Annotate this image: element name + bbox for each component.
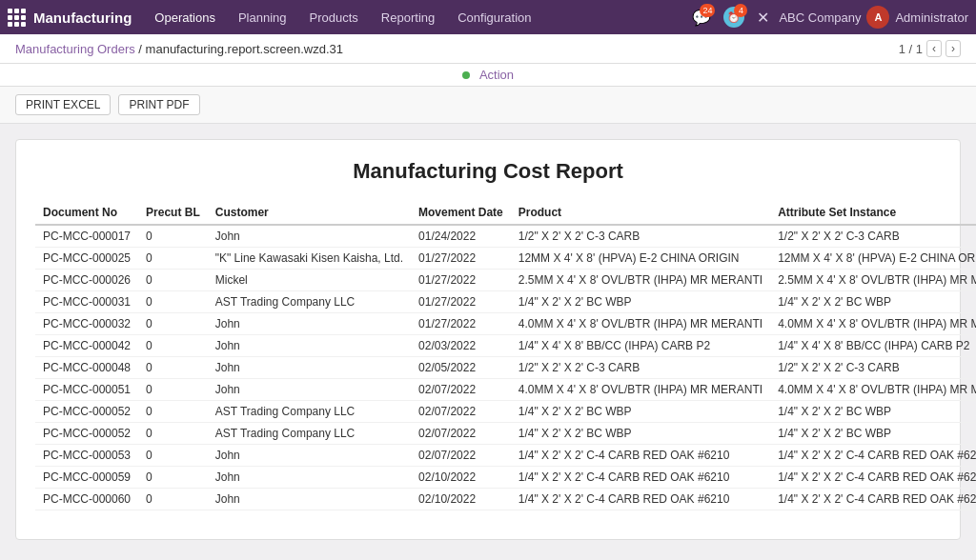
table-cell: 0 <box>138 248 208 270</box>
table-cell: 1/4" X 2' X 2' BC WBP <box>770 291 976 313</box>
page-label: 1 / 1 <box>899 42 923 56</box>
col-product: Product <box>511 201 770 225</box>
col-customer: Customer <box>208 201 411 225</box>
table-cell: PC-MCC-000059 <box>35 467 138 489</box>
table-cell: 1/4" X 2' X 2' BC WBP <box>770 401 976 423</box>
table-cell: 2.5MM X 4' X 8' OVL/BTR (IHPA) MR MERANT… <box>511 270 770 291</box>
table-cell: 02/05/2022 <box>411 357 511 379</box>
breadcrumb: Manufacturing Orders / manufacturing.rep… <box>15 42 343 56</box>
table-cell: PC-MCC-000060 <box>35 489 138 510</box>
table-cell: 12MM X 4' X 8' (HPVA) E-2 CHINA ORIGIN <box>511 248 770 270</box>
table-cell: 1/2" X 2' X 2' C-3 CARB <box>770 357 976 379</box>
table-cell: PC-MCC-000052 <box>35 401 138 423</box>
table-cell: 01/27/2022 <box>411 248 511 270</box>
chat-icon[interactable]: 💬 24 <box>688 4 715 30</box>
table-cell: 1/4" X 2' X 2' BC WBP <box>770 423 976 445</box>
report-wrapper: Manufacturing Cost Report Document No Pr… <box>0 124 976 560</box>
app-title: Manufacturing <box>33 10 132 26</box>
table-cell: PC-MCC-000026 <box>35 270 138 291</box>
breadcrumb-current: manufacturing.report.screen.wzd.31 <box>146 42 343 56</box>
table-cell: 1/4" X 2' X 2' BC WBP <box>511 423 770 445</box>
table-row: PC-MCC-0000320John01/27/20224.0MM X 4' X… <box>35 313 976 335</box>
table-cell: John <box>208 225 411 248</box>
table-body: PC-MCC-0000170John01/24/20221/2" X 2' X … <box>35 225 976 510</box>
table-cell: John <box>208 445 411 467</box>
app-logo[interactable]: Manufacturing <box>8 9 132 27</box>
table-cell: PC-MCC-000031 <box>35 291 138 313</box>
table-cell: Mickel <box>208 270 411 291</box>
report-card: Manufacturing Cost Report Document No Pr… <box>15 139 961 540</box>
nav-item-operations[interactable]: Operations <box>145 0 225 34</box>
table-cell: 1/2" X 2' X 2' C-3 CARB <box>511 225 770 248</box>
table-row: PC-MCC-0000170John01/24/20221/2" X 2' X … <box>35 225 976 248</box>
table-cell: 02/07/2022 <box>411 401 511 423</box>
next-page-button[interactable]: › <box>946 40 961 57</box>
admin-label[interactable]: Administrator <box>895 10 968 25</box>
table-cell: 1/4" X 2' X 2' BC WBP <box>511 291 770 313</box>
report-title: Manufacturing Cost Report <box>35 159 941 184</box>
table-cell: 02/07/2022 <box>411 379 511 401</box>
table-cell: 0 <box>138 291 208 313</box>
breadcrumb-parent[interactable]: Manufacturing Orders <box>15 42 135 56</box>
action-status-dot <box>462 71 470 79</box>
table-cell: 1/4" X 2' X 2' C-4 CARB RED OAK #6210 <box>770 489 976 510</box>
report-table: Document No Precut BL Customer Movement … <box>35 201 976 510</box>
table-row: PC-MCC-0000590John02/10/20221/4" X 2' X … <box>35 467 976 489</box>
table-cell: John <box>208 335 411 357</box>
table-cell: John <box>208 489 411 510</box>
table-row: PC-MCC-0000480John02/05/20221/2" X 2' X … <box>35 357 976 379</box>
nav-item-reporting[interactable]: Reporting <box>372 0 444 34</box>
table-cell: John <box>208 313 411 335</box>
table-cell: 4.0MM X 4' X 8' OVL/BTR (IHPA) MR MERANT… <box>770 313 976 335</box>
table-row: PC-MCC-0000600John02/10/20221/4" X 2' X … <box>35 489 976 510</box>
nav-item-configuration[interactable]: Configuration <box>448 0 540 34</box>
breadcrumb-separator: / <box>138 42 145 56</box>
table-cell: 0 <box>138 225 208 248</box>
table-cell: 0 <box>138 489 208 510</box>
col-attr-set: Attribute Set Instance <box>770 201 976 225</box>
admin-avatar[interactable]: A <box>866 6 889 29</box>
table-cell: 0 <box>138 445 208 467</box>
company-name[interactable]: ABC Company <box>779 10 861 25</box>
table-cell: 01/27/2022 <box>411 270 511 291</box>
table-cell: 0 <box>138 313 208 335</box>
table-cell: PC-MCC-000051 <box>35 379 138 401</box>
table-cell: 1/4" X 2' X 2' C-4 CARB RED OAK #6210 <box>770 467 976 489</box>
table-cell: 2.5MM X 4' X 8' OVL/BTR (IHPA) MR MERANT… <box>770 270 976 291</box>
activity-badge: 4 <box>734 4 747 17</box>
table-cell: PC-MCC-000032 <box>35 313 138 335</box>
table-cell: 1/4" X 4' X 8' BB/CC (IHPA) CARB P2 <box>511 335 770 357</box>
table-cell: 4.0MM X 4' X 8' OVL/BTR (IHPA) MR MERANT… <box>770 379 976 401</box>
table-cell: 0 <box>138 467 208 489</box>
table-row: PC-MCC-0000250"K" Line Kawasaki Kisen Ka… <box>35 248 976 270</box>
table-row: PC-MCC-0000420John02/03/20221/4" X 4' X … <box>35 335 976 357</box>
table-cell: 01/27/2022 <box>411 313 511 335</box>
prev-page-button[interactable]: ‹ <box>926 40 942 57</box>
table-cell: John <box>208 357 411 379</box>
print-excel-button[interactable]: PRINT EXCEL <box>15 94 111 115</box>
table-cell: 1/4" X 2' X 2' C-4 CARB RED OAK #6210 <box>511 489 770 510</box>
table-cell: 1/4" X 4' X 8' BB/CC (IHPA) CARB P2 <box>770 335 976 357</box>
chat-badge: 24 <box>700 4 715 17</box>
action-link[interactable]: Action <box>479 68 514 82</box>
table-row: PC-MCC-0000510John02/07/20224.0MM X 4' X… <box>35 379 976 401</box>
breadcrumb-bar: Manufacturing Orders / manufacturing.rep… <box>0 34 976 64</box>
print-pdf-button[interactable]: PRINT PDF <box>118 94 199 115</box>
table-header: Document No Precut BL Customer Movement … <box>35 201 976 225</box>
col-precut-bl: Precut BL <box>138 201 208 225</box>
table-cell: 01/24/2022 <box>411 225 511 248</box>
nav-item-products[interactable]: Products <box>300 0 368 34</box>
table-row: PC-MCC-0000520AST Trading Company LLC02/… <box>35 401 976 423</box>
table-cell: 1/4" X 2' X 2' C-4 CARB RED OAK #6210 <box>770 445 976 467</box>
table-cell: 02/07/2022 <box>411 445 511 467</box>
table-cell: 02/10/2022 <box>411 489 511 510</box>
table-cell: "K" Line Kawasaki Kisen Kaisha, Ltd. <box>208 248 411 270</box>
top-right-actions: 💬 24 ⏰ 4 ✕ ABC Company A Administrator <box>688 4 968 30</box>
table-cell: John <box>208 467 411 489</box>
table-cell: 1/4" X 2' X 2' BC WBP <box>511 401 770 423</box>
close-icon[interactable]: ✕ <box>753 9 773 27</box>
table-cell: 0 <box>138 357 208 379</box>
activity-icon[interactable]: ⏰ 4 <box>721 4 747 30</box>
table-cell: 02/07/2022 <box>411 423 511 445</box>
nav-item-planning[interactable]: Planning <box>229 0 296 34</box>
